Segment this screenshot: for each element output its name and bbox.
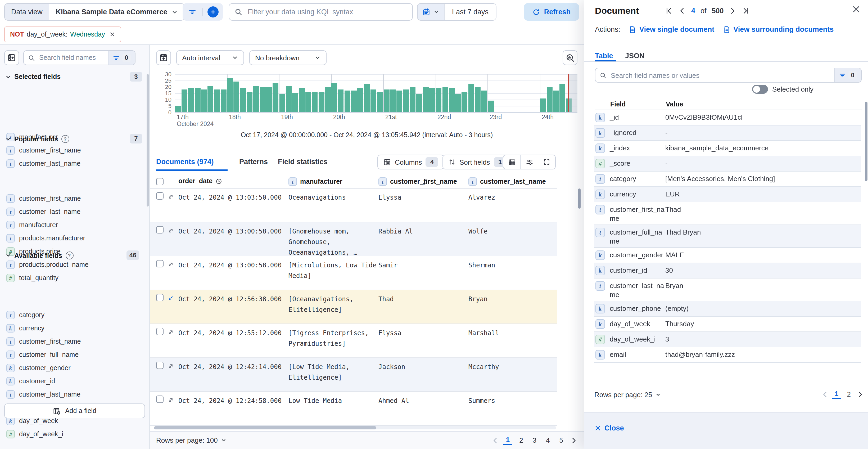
histogram-bar[interactable] [266,87,272,112]
table-row[interactable]: Oct 24, 2024 @ 12:42:14.000 [Low Tide Me… [150,358,557,392]
histogram-bar[interactable] [345,91,350,112]
histogram-bar[interactable] [559,84,565,112]
histogram-bar[interactable] [462,92,468,112]
row-checkbox[interactable] [156,192,163,200]
table-row[interactable]: Oct 24, 2024 @ 12:24:58.000 Low Tide Med… [150,392,557,426]
tab-field-statistics[interactable]: Field statistics [278,158,328,166]
sidebar-field[interactable]: tmanufacturer [6,219,58,231]
histogram-bar[interactable] [227,78,233,112]
previous-page-icon[interactable] [822,390,829,398]
field-row-customer-full-name[interactable]: tcustomer_full_nameThad Bryan [594,225,861,248]
refresh-button[interactable]: Refresh [524,3,579,21]
expand-row-icon[interactable] [167,261,174,268]
field-row-customer-id[interactable]: kcustomer_id30 [594,263,861,278]
breakdown-select[interactable]: No breakdown [249,50,327,65]
histogram-bar[interactable] [286,86,291,112]
histogram-bar[interactable] [371,89,376,112]
tab-patterns[interactable]: Patterns [239,158,268,166]
add-field-button[interactable]: Add a field [4,403,145,418]
field-search-input[interactable] [38,54,104,62]
histogram-bar[interactable] [468,84,474,112]
histogram-bar[interactable] [383,89,389,112]
row-checkbox[interactable] [156,260,163,267]
flyout-page-1[interactable]: 1 [832,390,841,399]
flyout-page-2[interactable]: 2 [844,390,853,398]
histogram-bar[interactable] [449,88,455,112]
expand-row-icon[interactable] [167,329,174,336]
histogram-bar[interactable] [351,91,357,112]
flyout-tab-table[interactable]: Table [595,52,613,60]
histogram-bar[interactable] [429,88,435,112]
histogram-bar[interactable] [410,87,415,112]
rows-per-page-select[interactable]: Rows per page: 100 [156,436,227,444]
flyout-scrollbar[interactable] [865,102,867,181]
histogram-bar[interactable] [331,83,337,112]
selected-only-toggle[interactable] [752,85,768,94]
histogram-bar[interactable] [214,89,220,112]
sidebar-field[interactable]: kcurrency [6,322,44,335]
chart-options-button[interactable] [156,50,171,65]
field-row-email[interactable]: kemailthad@bryan-family.zzz [594,347,861,363]
histogram-bar[interactable] [201,89,207,112]
field-row-customer-last-name[interactable]: tcustomer_last_nameBryan [594,278,861,301]
histogram-bar[interactable] [208,86,213,112]
collapse-sidebar-button[interactable] [4,50,19,65]
section-available-fields[interactable]: Available fields ? [5,251,73,260]
sidebar-field[interactable]: #day_of_week_i [6,428,63,441]
histogram-bar[interactable] [247,92,252,112]
grid-horizontal-scrollbar[interactable] [154,426,556,429]
histogram-bar[interactable] [547,87,552,112]
next-page-icon[interactable] [857,390,864,398]
histogram-bar[interactable] [455,94,461,112]
tab-documents[interactable]: Documents (974) [156,158,214,166]
histogram-bar[interactable] [377,92,383,112]
row-checkbox[interactable] [156,395,163,403]
sort-fields-button[interactable]: Sort fields 1 [442,155,512,170]
table-row[interactable]: Oct 24, 2024 @ 13:03:50.000 Oceanavigati… [150,188,557,222]
histogram-bar[interactable] [475,87,480,112]
flyout-filter-button[interactable]: 0 [834,68,861,82]
close-flyout-icon[interactable] [851,5,861,14]
histogram-bar[interactable] [253,86,259,112]
expand-row-icon[interactable] [167,363,174,369]
sidebar-field[interactable]: tcustomer_last_name [6,205,81,218]
field-filter-button[interactable]: 0 [108,51,135,65]
histogram-bar[interactable] [312,92,317,112]
field-row-_index[interactable]: k_indexkibana_sample_data_ecommerce [594,141,861,156]
field-row-customer-gender[interactable]: kcustomer_genderMALE [594,248,861,263]
histogram-bar[interactable] [540,98,546,112]
column-header-customer-first-name[interactable]: tcustomer_first_name [378,177,457,186]
next-document-icon[interactable] [729,7,737,15]
histogram-bar[interactable] [259,87,266,112]
sidebar-field[interactable]: tcategory [6,309,44,321]
section-selected-fields[interactable]: Selected fields [5,73,61,81]
select-all-checkbox[interactable] [156,178,163,185]
saved-query-filter-button[interactable] [183,8,203,16]
histogram-bar[interactable] [299,88,305,112]
page-2[interactable]: 2 [517,436,526,444]
table-row[interactable]: Oct 24, 2024 @ 12:55:12.000 [Tigress Ent… [150,324,557,358]
sidebar-field[interactable]: tcustomer_full_name [6,349,79,361]
histogram-bar[interactable] [488,101,494,112]
data-view-switcher[interactable]: Data view Kibana Sample Data eCommerce [4,3,185,21]
flyout-search-input[interactable] [610,71,830,80]
histogram-bar[interactable] [182,89,187,112]
sidebar-field[interactable]: tcustomer_first_name [6,335,81,348]
field-row-category[interactable]: tcategory[Men's Accessories, Men's Cloth… [594,172,861,187]
field-row-currency[interactable]: kcurrencyEUR [594,187,861,202]
sidebar-field[interactable]: #total_quantity [6,272,59,284]
page-3[interactable]: 3 [530,436,539,444]
field-row-_ignored[interactable]: k_ignored- [594,125,861,141]
histogram-bar[interactable] [436,88,441,112]
row-density-button[interactable] [503,155,520,169]
histogram-bar[interactable] [482,91,487,112]
sidebar-field[interactable]: tproducts.product_name [6,259,89,271]
histogram-bar[interactable] [175,106,181,112]
fullscreen-button[interactable] [538,155,555,169]
histogram-bar[interactable] [364,84,370,112]
grid-vertical-scrollbar[interactable] [578,188,581,209]
kql-search-bar[interactable] [229,3,413,21]
sidebar-field[interactable]: kcustomer_gender [6,362,71,375]
field-row-day-of-week[interactable]: kday_of_weekThursday [594,317,861,332]
expand-row-icon[interactable] [167,193,174,200]
